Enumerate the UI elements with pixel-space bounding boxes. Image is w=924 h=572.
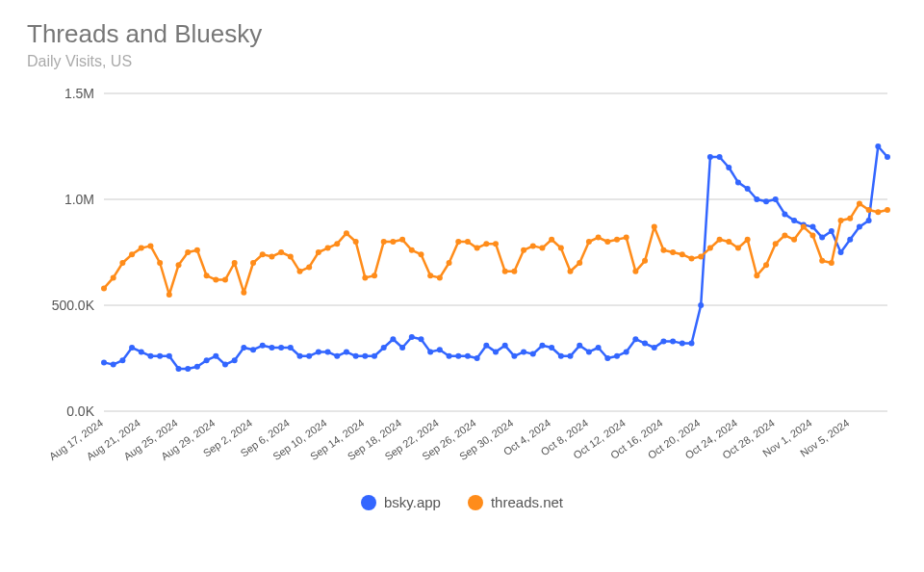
- svg-point-147: [409, 247, 415, 253]
- svg-point-111: [866, 218, 872, 223]
- svg-point-181: [726, 239, 732, 245]
- svg-point-60: [390, 336, 396, 342]
- svg-point-131: [260, 251, 266, 257]
- svg-point-121: [167, 292, 172, 298]
- svg-point-145: [390, 239, 396, 245]
- svg-point-57: [362, 353, 368, 359]
- svg-point-135: [297, 269, 303, 274]
- svg-point-139: [334, 241, 340, 247]
- svg-point-130: [250, 260, 256, 266]
- svg-point-108: [838, 249, 844, 255]
- svg-point-165: [577, 260, 582, 266]
- svg-point-37: [176, 366, 182, 372]
- svg-point-171: [632, 269, 638, 274]
- svg-point-55: [344, 349, 349, 354]
- svg-point-107: [829, 228, 834, 234]
- svg-point-122: [176, 262, 182, 268]
- svg-point-168: [604, 239, 610, 245]
- svg-point-134: [288, 253, 294, 259]
- legend-label-threads: threads.net: [491, 494, 563, 510]
- svg-point-159: [521, 247, 526, 253]
- svg-point-184: [754, 273, 759, 278]
- svg-point-38: [185, 366, 191, 372]
- svg-point-106: [819, 235, 825, 241]
- svg-point-114: [101, 285, 107, 291]
- svg-point-102: [782, 211, 787, 217]
- svg-point-178: [698, 253, 704, 259]
- svg-point-163: [558, 246, 564, 251]
- svg-point-156: [493, 241, 499, 247]
- svg-point-189: [801, 224, 807, 230]
- svg-point-53: [325, 349, 331, 354]
- svg-point-117: [129, 251, 135, 257]
- svg-point-89: [660, 338, 666, 344]
- svg-point-115: [111, 274, 116, 280]
- svg-point-197: [875, 209, 881, 215]
- svg-point-62: [409, 334, 415, 340]
- svg-point-91: [680, 341, 685, 347]
- svg-point-73: [511, 353, 517, 359]
- svg-point-126: [213, 277, 218, 283]
- svg-point-176: [680, 251, 685, 257]
- svg-point-36: [167, 353, 172, 359]
- svg-point-169: [614, 237, 620, 243]
- svg-point-84: [614, 353, 620, 359]
- svg-point-137: [316, 249, 321, 255]
- svg-point-190: [809, 232, 815, 238]
- svg-point-59: [381, 345, 387, 351]
- svg-text:1.5M: 1.5M: [64, 86, 94, 101]
- svg-point-193: [838, 218, 844, 223]
- svg-point-86: [632, 336, 638, 342]
- svg-point-67: [455, 353, 461, 359]
- svg-point-110: [857, 224, 862, 230]
- svg-point-185: [763, 262, 769, 268]
- svg-point-138: [325, 246, 331, 251]
- svg-point-188: [791, 237, 797, 243]
- svg-point-151: [447, 260, 452, 266]
- svg-point-33: [139, 349, 144, 354]
- chart-title: Threads and Bluesky: [27, 19, 897, 49]
- svg-point-186: [773, 241, 779, 247]
- plot-area: 0.0K500.0K1.0M1.5MAug 17, 2024Aug 21, 20…: [27, 84, 897, 488]
- svg-text:1.0M: 1.0M: [64, 192, 94, 207]
- svg-point-173: [652, 224, 657, 230]
- svg-point-79: [568, 353, 574, 359]
- svg-point-30: [111, 362, 116, 368]
- svg-point-182: [735, 246, 741, 251]
- svg-point-51: [306, 353, 312, 359]
- svg-point-103: [791, 218, 797, 223]
- svg-point-127: [222, 277, 228, 283]
- svg-point-50: [297, 353, 303, 359]
- svg-point-77: [549, 345, 554, 351]
- svg-point-172: [642, 258, 648, 264]
- svg-point-66: [447, 353, 452, 359]
- svg-point-96: [726, 165, 732, 170]
- legend-item-bsky: bsky.app: [361, 494, 441, 510]
- svg-point-180: [717, 237, 723, 243]
- svg-point-68: [465, 353, 471, 359]
- svg-point-49: [288, 345, 294, 351]
- svg-point-109: [847, 237, 853, 243]
- svg-point-43: [232, 357, 238, 363]
- svg-point-118: [139, 246, 144, 251]
- svg-point-81: [586, 349, 592, 354]
- svg-point-158: [511, 269, 517, 274]
- svg-point-40: [204, 357, 210, 363]
- svg-point-144: [381, 239, 387, 245]
- svg-point-45: [250, 347, 256, 352]
- svg-point-34: [147, 353, 153, 359]
- svg-point-146: [399, 237, 405, 243]
- svg-point-94: [707, 154, 713, 160]
- svg-text:0.0K: 0.0K: [66, 403, 94, 419]
- svg-point-72: [502, 343, 508, 349]
- svg-point-63: [418, 336, 424, 342]
- svg-point-167: [596, 235, 602, 241]
- svg-point-192: [829, 260, 834, 266]
- svg-point-65: [437, 347, 443, 352]
- svg-point-125: [204, 273, 210, 278]
- svg-point-119: [147, 243, 153, 248]
- svg-point-35: [157, 353, 163, 359]
- svg-point-74: [521, 349, 526, 354]
- svg-point-101: [773, 196, 779, 202]
- svg-point-179: [707, 246, 713, 251]
